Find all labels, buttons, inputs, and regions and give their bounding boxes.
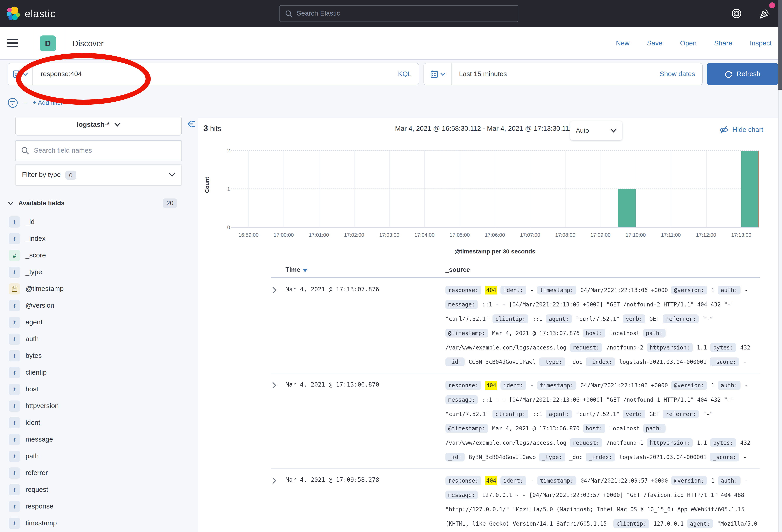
- show-dates-button[interactable]: Show dates: [660, 70, 702, 78]
- string-type-icon: t: [9, 334, 20, 345]
- x-tick-label: 17:05:00: [450, 232, 470, 238]
- gridline: [284, 151, 284, 227]
- filter-dash: –: [24, 99, 27, 106]
- column-header-source[interactable]: _source: [446, 266, 760, 273]
- field-item-@timestamp[interactable]: @timestamp: [0, 280, 198, 297]
- date-quick-select-button[interactable]: [424, 63, 452, 85]
- string-type-icon: t: [9, 267, 20, 278]
- page-title: Discover: [73, 27, 104, 60]
- interval-select[interactable]: Auto: [570, 121, 622, 140]
- gridline: [601, 151, 601, 227]
- documents-table: Time _source Mar 4, 2021 @ 17:13:07.876r…: [271, 266, 760, 532]
- string-type-icon: t: [9, 451, 20, 462]
- field-item-timestamp[interactable]: ttimestamp: [0, 515, 198, 532]
- action-new[interactable]: New: [616, 39, 630, 47]
- gridline: [389, 151, 390, 227]
- x-tick-label: 17:04:00: [414, 232, 434, 238]
- histogram-bar-17:13:00[interactable]: [741, 151, 759, 227]
- field-item-agent[interactable]: tagent: [0, 314, 198, 331]
- global-search-input[interactable]: Search Elastic: [279, 5, 519, 22]
- y-tick-label: 1: [214, 186, 230, 192]
- field-item-httpversion[interactable]: thttpversion: [0, 398, 198, 414]
- refresh-button[interactable]: Refresh: [707, 63, 778, 85]
- row-source: response: 404 ident: - timestamp: 04/Mar…: [446, 283, 760, 369]
- column-header-time[interactable]: Time: [286, 266, 446, 273]
- table-header: Time _source: [271, 266, 760, 278]
- collapse-sidebar-icon[interactable]: [186, 119, 196, 129]
- action-share[interactable]: Share: [714, 39, 732, 47]
- action-open[interactable]: Open: [680, 39, 697, 47]
- chevron-down-icon: [169, 173, 175, 177]
- query-input[interactable]: response:404: [33, 70, 398, 78]
- chart-time-range: Mar 4, 2021 @ 16:58:30.112 - Mar 4, 2021…: [279, 125, 689, 133]
- chevron-down-icon: [114, 123, 120, 127]
- field-item-request[interactable]: trequest: [0, 482, 198, 498]
- field-item-path[interactable]: tpath: [0, 448, 198, 465]
- x-tick-label: 17:00:00: [274, 232, 294, 238]
- table-row: Mar 4, 2021 @ 17:13:07.876response: 404 …: [271, 278, 760, 373]
- x-tick-label: 17:12:00: [696, 232, 716, 238]
- expand-row-icon[interactable]: [271, 473, 286, 532]
- field-item-host[interactable]: thost: [0, 381, 198, 398]
- gridline: [671, 151, 671, 227]
- y-axis-title: Count: [204, 177, 210, 193]
- sort-desc-icon: [303, 269, 308, 272]
- filter-icon[interactable]: [8, 98, 18, 108]
- x-tick-label: 17:10:00: [626, 232, 646, 238]
- field-item-clientip[interactable]: tclientip: [0, 364, 198, 381]
- discover-app-badge[interactable]: D: [40, 35, 56, 51]
- hide-chart-button[interactable]: Hide chart: [719, 125, 763, 135]
- action-save[interactable]: Save: [647, 39, 663, 47]
- y-tick-label: 0: [214, 224, 230, 230]
- kibana-discover-page: elastic Search Elastic: [0, 0, 782, 532]
- field-item-auth[interactable]: tauth: [0, 331, 198, 347]
- histogram-bar-17:09:30[interactable]: [618, 189, 636, 227]
- field-item-referrer[interactable]: treferrer: [0, 465, 198, 482]
- x-tick-label: 17:06:00: [485, 232, 505, 238]
- field-item-_score[interactable]: #_score: [0, 247, 198, 264]
- help-icon[interactable]: [731, 8, 742, 19]
- field-item-_index[interactable]: t_index: [0, 230, 198, 247]
- expand-row-icon[interactable]: [271, 378, 286, 464]
- field-item-_id[interactable]: t_id: [0, 214, 198, 230]
- expand-row-icon[interactable]: [271, 283, 286, 369]
- chevron-down-icon: [610, 129, 616, 133]
- x-axis-title: @timestamp per 30 seconds: [231, 248, 759, 255]
- field-search-input[interactable]: Search field names: [15, 140, 182, 161]
- gridline: [231, 150, 759, 151]
- type-filter-count-badge: 0: [66, 170, 76, 180]
- field-item-message[interactable]: tmessage: [0, 431, 198, 448]
- field-item-_type[interactable]: t_type: [0, 264, 198, 280]
- string-type-icon: t: [9, 233, 20, 244]
- divider: [64, 27, 64, 60]
- chevron-down-icon: [8, 201, 13, 205]
- gridline: [354, 151, 355, 227]
- elastic-logo-icon: [6, 6, 21, 21]
- current-time-marker: [758, 151, 759, 227]
- field-item-ident[interactable]: tident: [0, 414, 198, 431]
- newsfeed-icon[interactable]: [759, 8, 771, 20]
- field-item-response[interactable]: tresponse: [0, 498, 198, 515]
- saved-query-menu-button[interactable]: [8, 63, 33, 85]
- row-time: Mar 4, 2021 @ 17:13:06.870: [286, 378, 446, 464]
- gridline: [231, 189, 759, 189]
- query-language-button[interactable]: KQL: [398, 70, 419, 78]
- string-type-icon: t: [9, 484, 20, 495]
- string-type-icon: t: [9, 518, 20, 529]
- filter-by-type-select[interactable]: Filter by type 0: [15, 164, 182, 186]
- gridline: [319, 151, 319, 227]
- available-fields-toggle[interactable]: Available fields 20: [8, 198, 190, 208]
- menu-icon[interactable]: [7, 39, 19, 47]
- string-type-icon: t: [9, 367, 20, 378]
- histogram-plot[interactable]: [231, 151, 759, 228]
- scrollbar-thumb[interactable]: [778, 0, 782, 90]
- string-type-icon: t: [9, 317, 20, 328]
- gridline: [530, 151, 531, 227]
- elastic-logo[interactable]: elastic: [0, 6, 56, 21]
- time-range-value[interactable]: Last 15 minutes: [452, 70, 660, 78]
- action-inspect[interactable]: Inspect: [750, 39, 772, 47]
- field-item-bytes[interactable]: tbytes: [0, 347, 198, 364]
- scrollbar-track[interactable]: [778, 60, 782, 532]
- add-filter-button[interactable]: + Add filter: [33, 99, 63, 106]
- field-item-@version[interactable]: t@version: [0, 297, 198, 314]
